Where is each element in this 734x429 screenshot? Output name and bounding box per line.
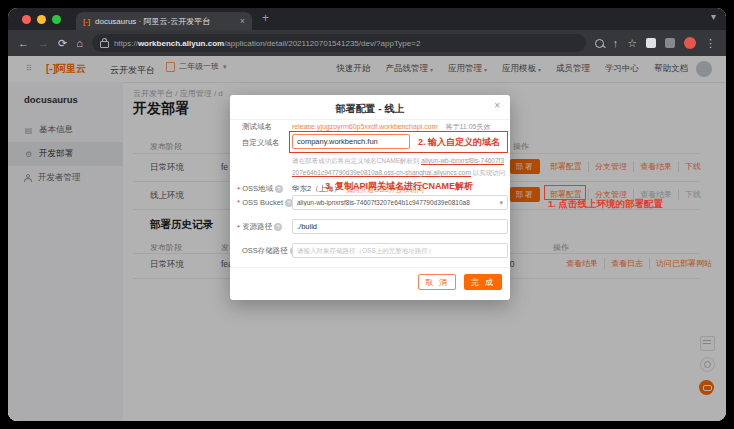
oss-storage-path-input[interactable] xyxy=(292,243,508,258)
share-icon[interactable]: ↑ xyxy=(613,38,619,49)
back-icon[interactable]: ← xyxy=(18,38,29,49)
tab-favicon: [-] xyxy=(83,18,90,25)
cancel-button[interactable]: 取 消 xyxy=(418,274,456,290)
oss-bucket-select[interactable]: aliyun-wb-ipnxrsf8is-74607f3207e64b1c947… xyxy=(292,195,508,210)
label-oss-bucket: * OSS Bucket ? xyxy=(237,198,293,207)
test-domain-link[interactable]: release.yjugzoyrm60p5xxdf.workbenchapi.c… xyxy=(292,123,438,130)
label-oss-storage-path: OSS存储路径 ? xyxy=(242,246,298,256)
label-custom-domain: 自定义域名 xyxy=(242,138,280,148)
fullscreen-window-button[interactable] xyxy=(52,15,61,24)
modal-title: 部署配置 - 线上 xyxy=(230,102,510,116)
resource-path-input[interactable] xyxy=(292,219,508,234)
annotation-step1-text: 1. 点击线上环境的部署配置 xyxy=(548,198,663,211)
label-resource-path: * 资源路径 ? xyxy=(237,222,282,232)
extension-icon[interactable] xyxy=(646,38,656,48)
close-window-button[interactable] xyxy=(22,15,31,24)
close-icon[interactable]: × xyxy=(494,100,500,111)
browser-tab[interactable]: [-] docusaurus · 阿里云-云开发平台 × xyxy=(76,12,252,30)
test-domain-expiry: 将于11:05失效 xyxy=(445,123,490,130)
chevron-down-icon: ▾ xyxy=(499,199,503,207)
cname-helper-text: 请在部署成功后将自定义域名CNAME解析到 aliyun-wb-ipnxrsf8… xyxy=(292,155,506,178)
forward-icon[interactable]: → xyxy=(38,38,49,49)
url-text: https://workbench.aliyun.com/application… xyxy=(114,39,421,48)
new-tab-button[interactable]: + xyxy=(262,11,269,25)
info-icon[interactable]: ? xyxy=(274,223,282,231)
deploy-config-modal: 部署配置 - 线上 × 测试域名 release.yjugzoyrm60p5xx… xyxy=(230,95,510,300)
info-icon[interactable]: ? xyxy=(275,185,283,193)
browser-window: [-] docusaurus · 阿里云-云开发平台 × + ▾ ← → ⟳ ⌂… xyxy=(8,8,726,421)
divider xyxy=(230,119,510,120)
toolbar-right-icons: ↑ ☆ ⋮ xyxy=(595,37,716,49)
address-bar[interactable]: https://workbench.aliyun.com/application… xyxy=(92,34,586,52)
divider xyxy=(230,267,510,268)
tab-close-icon[interactable]: × xyxy=(240,17,245,26)
minimize-window-button[interactable] xyxy=(37,15,46,24)
browser-profile-avatar[interactable] xyxy=(684,37,696,49)
reload-icon[interactable]: ⟳ xyxy=(58,38,67,49)
tab-title: docusaurus · 阿里云-云开发平台 xyxy=(95,16,235,27)
menu-kebab-icon[interactable]: ⋮ xyxy=(705,38,716,49)
label-oss-region: * OSS地域 ? xyxy=(237,184,283,194)
window-titlebar: [-] docusaurus · 阿里云-云开发平台 × + ▾ xyxy=(8,8,726,30)
browser-toolbar: ← → ⟳ ⌂ https://workbench.aliyun.com/app… xyxy=(8,30,726,56)
extensions-puzzle-icon[interactable] xyxy=(665,38,675,48)
lock-icon xyxy=(100,41,109,48)
label-test-domain: 测试域名 xyxy=(242,122,272,132)
confirm-button[interactable]: 完 成 xyxy=(464,274,502,290)
bookmark-star-icon[interactable]: ☆ xyxy=(627,38,637,49)
home-icon[interactable]: ⌂ xyxy=(76,38,83,49)
search-icon[interactable] xyxy=(595,39,604,48)
annotation-step2-text: 2. 输入自定义的域名 xyxy=(418,136,500,149)
annotation-step3-text: 3. 复制API网关域名进行CNAME解析 xyxy=(325,180,473,193)
tab-search-chevron-icon[interactable]: ▾ xyxy=(711,11,716,22)
